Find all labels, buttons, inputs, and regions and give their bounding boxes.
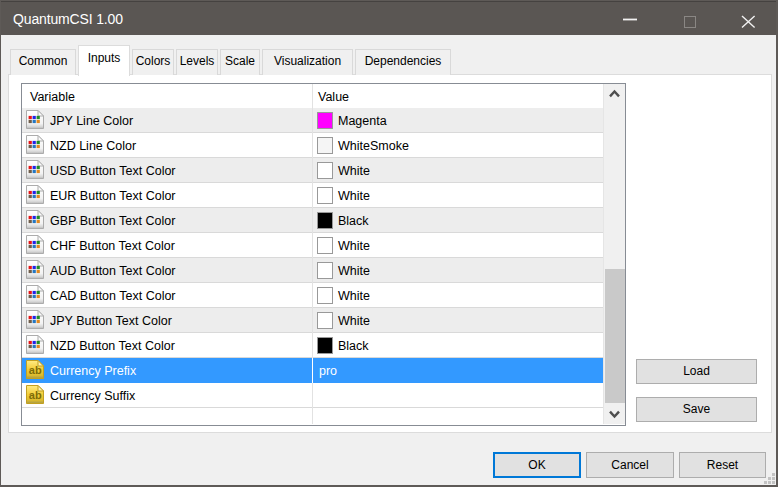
svg-text:ab: ab xyxy=(29,364,42,376)
svg-text:ab: ab xyxy=(29,389,42,401)
